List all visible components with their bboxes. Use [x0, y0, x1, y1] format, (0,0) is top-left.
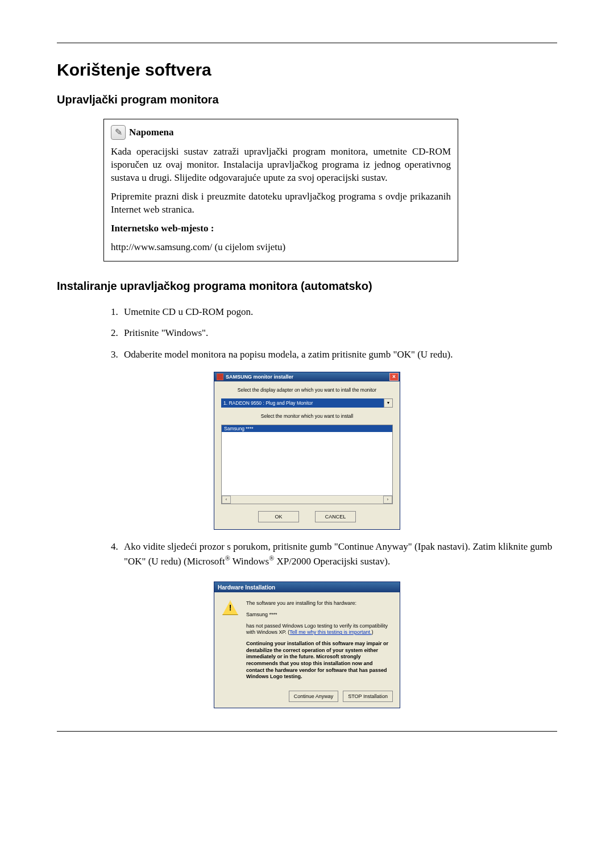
installer-app-icon: [217, 373, 223, 380]
note-icon: ✎: [111, 125, 126, 140]
installer-dialog: SAMSUNG monitor installer × Select the d…: [214, 372, 400, 530]
step-4-text-b: Windows: [230, 555, 269, 566]
horizontal-scrollbar[interactable]: ‹ ›: [222, 495, 392, 504]
ok-button[interactable]: OK: [258, 511, 299, 522]
step-4-text-c: XP/2000 Operacijski sustav).: [274, 555, 390, 566]
warning-icon: [222, 600, 238, 615]
hw-line1: The software you are installing for this…: [246, 600, 392, 607]
close-icon[interactable]: ×: [389, 373, 399, 381]
bottom-rule: [57, 731, 557, 732]
note-url: http://www.samsung.com/ (u cijelom svije…: [111, 241, 451, 254]
adapter-dropdown-value: 1. RADEON 9550 : Plug and Play Monitor: [223, 400, 313, 406]
hw-link[interactable]: Tell me why this testing is important.: [289, 629, 371, 635]
installer-monitor-label: Select the monitor which you want to ins…: [221, 413, 393, 419]
section-heading-2: Instaliranje upravljačkog programa monit…: [57, 280, 557, 293]
monitor-listbox[interactable]: Samsung **** ‹ ›: [221, 425, 393, 504]
hw-line3: has not passed Windows Logo testing to v…: [246, 623, 392, 636]
page-title: Korištenje softvera: [57, 60, 557, 80]
hardware-warning-dialog: Hardware Installation The software you a…: [214, 582, 400, 708]
scroll-left-icon[interactable]: ‹: [222, 496, 231, 504]
installer-titlebar: SAMSUNG monitor installer ×: [214, 372, 400, 381]
hw-warning-text: Continuing your installation of this sof…: [246, 641, 392, 680]
adapter-dropdown[interactable]: 1. RADEON 9550 : Plug and Play Monitor ▼: [221, 398, 393, 408]
continue-anyway-button[interactable]: Continue Anyway: [289, 691, 339, 702]
step-4: Ako vidite sljedeći prozor s porukom, pr…: [121, 540, 557, 568]
note-paragraph-2: Pripremite prazni disk i preuzmite datot…: [111, 190, 451, 217]
hw-line2: Samsung ****: [246, 612, 392, 618]
stop-installation-button[interactable]: STOP Installation: [343, 691, 393, 702]
note-label: Napomena: [129, 126, 173, 139]
note-box: ✎ Napomena Kada operacijski sustav zatra…: [103, 119, 458, 261]
note-site-label: Internetsko web-mjesto :: [111, 223, 214, 234]
section-heading-1: Upravljački program monitora: [57, 93, 557, 106]
installer-adapter-label: Select the display adapter on which you …: [221, 387, 393, 393]
step-1: Umetnite CD u CD-ROM pogon.: [121, 305, 557, 319]
step-2: Pritisnite "Windows".: [121, 326, 557, 340]
note-paragraph-1: Kada operacijski sustav zatraži upravlja…: [111, 146, 451, 185]
step-3: Odaberite model monitora na popisu model…: [121, 348, 557, 362]
chevron-down-icon[interactable]: ▼: [384, 398, 393, 408]
monitor-selected-item[interactable]: Samsung ****: [222, 425, 392, 432]
installer-title: SAMSUNG monitor installer: [226, 374, 293, 380]
top-rule: [57, 43, 557, 43]
scroll-right-icon[interactable]: ›: [383, 496, 392, 504]
hardware-warning-titlebar: Hardware Installation: [214, 582, 400, 592]
cancel-button[interactable]: CANCEL: [315, 511, 356, 522]
steps-list: Umetnite CD u CD-ROM pogon. Pritisnite "…: [103, 305, 557, 362]
steps-list-continued: Ako vidite sljedeći prozor s porukom, pr…: [103, 540, 557, 568]
